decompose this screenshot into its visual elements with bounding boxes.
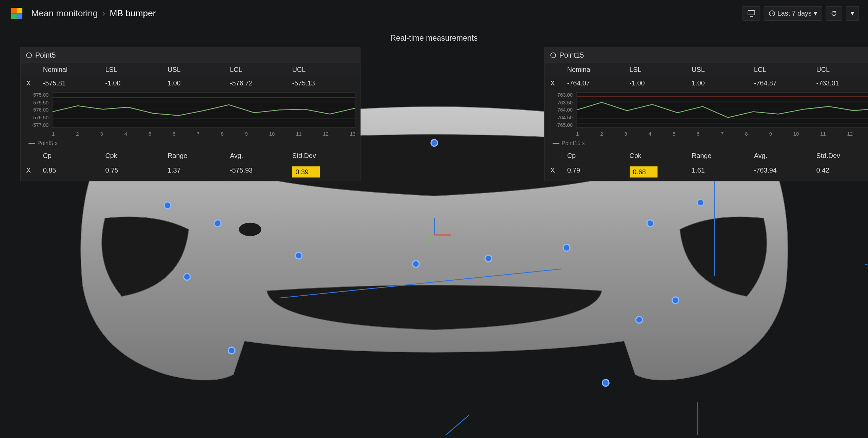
table-header-cell: Nominal — [567, 66, 630, 74]
stat-row: X 0.790.681.61-763.940.42 — [545, 163, 868, 181]
stat-value: 1.61 — [692, 166, 754, 178]
breadcrumb-sep: › — [102, 8, 105, 19]
stat-header-cell: Range — [167, 152, 230, 160]
meas-point[interactable] — [228, 347, 235, 355]
meas-point[interactable] — [671, 297, 679, 304]
stat-header-cell: Avg. — [754, 152, 816, 160]
chart-legend[interactable]: Point5 x — [21, 138, 360, 148]
stat-header-cell: Cpk — [105, 152, 167, 160]
table-header-cell: LSL — [629, 66, 692, 74]
meas-point[interactable] — [163, 202, 171, 210]
stat-header-cell: Cpk — [629, 152, 692, 160]
panel-header[interactable]: Point15 — [545, 47, 868, 63]
table-header-cell: UCL — [292, 66, 355, 74]
stat-value: -763.94 — [754, 166, 816, 178]
breadcrumb-root[interactable]: Mean monitoring — [31, 8, 98, 19]
table-cell: -764.87 — [754, 79, 816, 87]
meas-point[interactable] — [484, 255, 492, 262]
table-cell: -1.00 — [105, 79, 167, 87]
table-header-cell: USL — [692, 66, 754, 74]
svg-line-9 — [865, 264, 868, 303]
panel-title: Point5 — [35, 51, 56, 59]
chart-xlabels: 12345678910111213 — [576, 131, 868, 137]
chart[interactable]: -763.00-763.50-764.00-764.50-765.00 1234… — [545, 90, 868, 138]
meas-point[interactable] — [412, 260, 419, 268]
time-range-label: Last 7 days — [777, 9, 812, 17]
legend-swatch — [28, 143, 35, 144]
table-cell: 1.00 — [167, 79, 230, 87]
page-title: Real-time measurements — [0, 27, 868, 47]
chart-legend[interactable]: Point15 x — [545, 138, 868, 148]
meas-point[interactable] — [563, 244, 570, 252]
time-range-button[interactable]: Last 7 days ▾ — [764, 6, 822, 21]
table-cell: -1.00 — [629, 79, 692, 87]
stat-value: -575.93 — [230, 166, 292, 178]
stat-header-cell: Range — [692, 152, 754, 160]
table-cell: -763.01 — [816, 79, 868, 87]
chart[interactable]: -575.00-575.50-576.00-576.50-577.00 1234… — [21, 90, 360, 138]
svg-line-10 — [313, 415, 469, 435]
chart-ylabels: -763.00-763.50-764.00-764.50-765.00 — [548, 92, 573, 128]
header-left: Mean monitoring › MB bumper — [9, 5, 156, 21]
header-right: Last 7 days ▾ ▾ — [742, 6, 859, 21]
stat-header-cell: Cp — [43, 152, 105, 160]
table-header-row: NominalLSLUSLLCLUCL — [21, 63, 360, 77]
stat-value: 0.42 — [816, 166, 868, 178]
chart-xlabels: 12345678910111213 — [52, 131, 356, 137]
legend-label: Point5 x — [37, 140, 57, 146]
header: Mean monitoring › MB bumper Last 7 days … — [0, 0, 868, 27]
meas-point[interactable] — [601, 379, 609, 387]
stat-value-highlight: 0.39 — [292, 166, 320, 178]
stat-header-cell: Std.Dev — [816, 152, 868, 160]
table-cell: -575.13 — [292, 79, 355, 87]
row-prefix: X — [26, 79, 43, 87]
meas-point[interactable] — [294, 252, 302, 260]
stat-header-cell: Std.Dev — [292, 152, 355, 160]
meas-point[interactable] — [214, 220, 221, 227]
chart-plot — [52, 92, 356, 128]
panel-point5: Point5 NominalLSLUSLLCLUCL X -575.81-1.0… — [20, 47, 360, 181]
dashboard: Point5 NominalLSLUSLLCLUCL X -575.81-1.0… — [0, 47, 868, 435]
meas-point[interactable] — [696, 199, 704, 207]
breadcrumb: Mean monitoring › MB bumper — [31, 8, 156, 19]
stat-header-cell: Cp — [567, 152, 630, 160]
table-header-cell: Nominal — [43, 66, 105, 74]
table-row: X -575.81-1.001.00-576.72-575.13 — [21, 77, 360, 90]
legend-swatch — [553, 143, 559, 144]
refresh-interval-button[interactable]: ▾ — [846, 6, 859, 21]
table-header-cell: USL — [167, 66, 230, 74]
stat-value-highlight: 0.68 — [629, 166, 657, 178]
clock-icon — [768, 10, 775, 17]
meas-point[interactable] — [430, 139, 438, 147]
refresh-button[interactable] — [826, 6, 842, 21]
target-icon — [550, 52, 556, 58]
table-row: X -764.07-1.001.00-764.87-763.01 — [545, 77, 868, 90]
refresh-icon — [831, 10, 837, 17]
row-prefix: X — [550, 79, 567, 87]
chart-plot — [576, 92, 868, 128]
monitor-icon — [747, 9, 755, 17]
table-header-cell: LCL — [754, 66, 816, 74]
panel-title: Point15 — [559, 51, 584, 59]
row-prefix: X — [550, 166, 567, 178]
stat-row: X 0.850.751.37-575.930.39 — [21, 163, 360, 181]
table-cell: -576.72 — [230, 79, 292, 87]
stat-header-cell: Avg. — [230, 152, 292, 160]
stat-header-row: CpCpkRangeAvg.Std.Dev — [545, 148, 868, 163]
chevron-down-icon: ▾ — [814, 9, 817, 17]
stat-value: 0.85 — [43, 166, 105, 178]
stat-value: 0.75 — [105, 166, 167, 178]
panel-header[interactable]: Point5 — [21, 47, 360, 63]
meas-point[interactable] — [635, 316, 643, 324]
table-header-cell: LCL — [230, 66, 292, 74]
logo-icon[interactable] — [9, 5, 24, 21]
meas-point[interactable] — [646, 220, 654, 227]
stat-value: 0.79 — [567, 166, 630, 178]
table-header-cell: UCL — [816, 66, 868, 74]
tv-mode-button[interactable] — [742, 6, 760, 21]
meas-point[interactable] — [183, 273, 191, 281]
table-header-row: NominalLSLUSLLCLUCL — [545, 63, 868, 77]
breadcrumb-current[interactable]: MB bumper — [110, 8, 156, 19]
table-header-cell: LSL — [105, 66, 167, 74]
chart-ylabels: -575.00-575.50-576.00-576.50-577.00 — [24, 92, 48, 128]
